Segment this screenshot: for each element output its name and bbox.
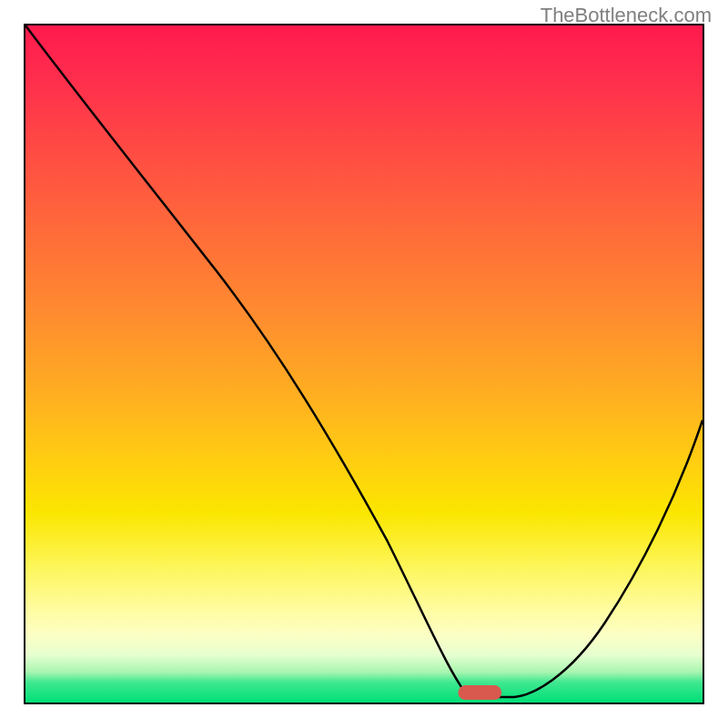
chart-svg	[25, 25, 703, 703]
chart-container	[24, 24, 704, 704]
watermark-text: TheBottleneck.com	[541, 4, 712, 27]
optimal-marker	[458, 685, 501, 700]
bottleneck-curve	[25, 25, 703, 697]
